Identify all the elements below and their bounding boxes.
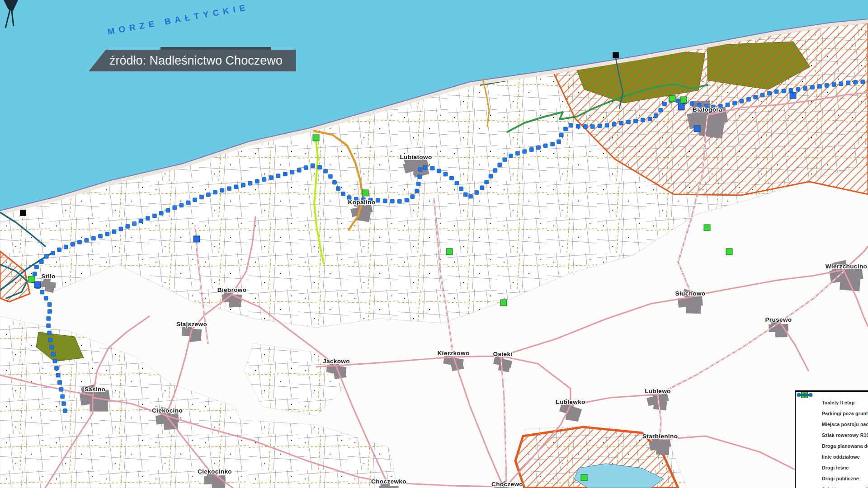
marker-rest-area bbox=[680, 97, 687, 103]
route-dot bbox=[468, 194, 472, 198]
route-dot bbox=[551, 142, 555, 146]
route-dot bbox=[754, 95, 758, 99]
route-dot bbox=[726, 103, 730, 107]
route-dot bbox=[475, 190, 479, 194]
legend-item: Miejsca postoju nadleś bbox=[801, 419, 868, 430]
legend-item: Szlaki turystyczne II et bbox=[801, 484, 868, 488]
route-dot bbox=[415, 189, 419, 193]
marker-rest-area bbox=[669, 95, 675, 102]
route-dot bbox=[206, 192, 210, 197]
route-dot bbox=[59, 387, 63, 391]
town-label: Kopalino bbox=[348, 199, 376, 206]
route-dot bbox=[803, 86, 807, 90]
town-label: Lublewko bbox=[556, 399, 585, 405]
route-dot bbox=[56, 373, 60, 377]
route-dot bbox=[480, 186, 484, 190]
route-dot bbox=[861, 80, 865, 84]
route-dot bbox=[47, 331, 52, 335]
route-dot bbox=[523, 150, 527, 154]
marker-parking bbox=[790, 92, 796, 99]
route-dot bbox=[846, 81, 850, 85]
marker-rest-area bbox=[446, 249, 453, 255]
route-dot bbox=[648, 117, 652, 121]
route-dot bbox=[503, 158, 507, 162]
route-dot bbox=[318, 165, 322, 169]
route-dot bbox=[332, 180, 336, 184]
route-dot bbox=[796, 87, 800, 91]
route-dot bbox=[733, 101, 737, 105]
route-dot bbox=[112, 230, 116, 234]
route-dot bbox=[810, 85, 814, 89]
route-dot bbox=[746, 97, 750, 101]
route-dot bbox=[91, 236, 95, 240]
route-dot bbox=[105, 232, 109, 236]
route-dot bbox=[341, 192, 345, 196]
route-dot bbox=[248, 181, 252, 185]
route-dot bbox=[832, 83, 836, 87]
town-label: Ciekocino bbox=[152, 407, 183, 414]
route-dot bbox=[418, 168, 422, 172]
marker-rest-area bbox=[581, 474, 587, 481]
route-dot bbox=[576, 124, 580, 128]
legend-item-label: Droga planowana do re bbox=[822, 443, 868, 449]
route-dot bbox=[39, 260, 43, 264]
route-dot bbox=[619, 121, 623, 125]
route-dot bbox=[48, 338, 52, 342]
marker-toilets bbox=[613, 52, 619, 58]
map-screenshot: LubiatowoKopalinoBiałogóraWierzchucinoSł… bbox=[0, 0, 868, 488]
route-dot bbox=[146, 216, 150, 221]
route-dot bbox=[44, 254, 48, 258]
marker-rest-area bbox=[362, 190, 368, 196]
route-dot bbox=[290, 170, 294, 174]
route-dot bbox=[57, 248, 61, 252]
route-dot bbox=[641, 118, 645, 122]
town-label: Wierzchucino bbox=[826, 263, 867, 270]
route-dot bbox=[662, 102, 666, 106]
route-dot bbox=[563, 127, 567, 131]
route-dot bbox=[455, 181, 459, 185]
route-dot bbox=[854, 80, 858, 84]
town-label: Lublewo bbox=[645, 388, 671, 394]
route-dot bbox=[186, 201, 190, 205]
route-dot bbox=[690, 102, 694, 106]
route-dot bbox=[336, 187, 340, 191]
route-dot bbox=[598, 124, 602, 128]
legend-item: linie oddziałowe bbox=[801, 451, 868, 462]
route-dot bbox=[416, 182, 420, 186]
legend-item: Parkingi poza gruntami bbox=[801, 408, 868, 419]
forestry-map: LubiatowoKopalinoBiałogóraWierzchucinoSł… bbox=[0, 0, 868, 488]
route-dot bbox=[71, 242, 75, 246]
route-dot bbox=[33, 272, 37, 276]
marker-rest-area bbox=[726, 249, 732, 255]
legend-item-label: Parkingi poza gruntami bbox=[822, 411, 868, 416]
route-dot bbox=[423, 165, 427, 169]
route-dot bbox=[304, 166, 308, 170]
route-dot bbox=[48, 310, 52, 314]
route-dot bbox=[529, 147, 533, 151]
marker-toilets bbox=[20, 210, 26, 216]
marker-parking bbox=[694, 126, 700, 132]
town-label: Stilo bbox=[41, 273, 55, 280]
legend-item-label: linie oddziałowe bbox=[822, 454, 860, 460]
route-dot bbox=[328, 174, 332, 178]
route-dot bbox=[590, 125, 594, 129]
route-dot bbox=[405, 198, 409, 202]
route-dot bbox=[839, 82, 843, 86]
route-dot bbox=[627, 120, 631, 124]
route-dot bbox=[493, 169, 497, 173]
route-dot bbox=[324, 169, 328, 173]
town-label: Ciekocinko bbox=[198, 468, 232, 475]
route-dot bbox=[437, 169, 441, 173]
route-dot bbox=[768, 91, 772, 95]
route-dot bbox=[817, 84, 821, 88]
route-dot bbox=[152, 214, 156, 218]
legend-item: Droga planowana do re bbox=[801, 441, 868, 451]
route-dot bbox=[297, 168, 301, 172]
route-dot bbox=[515, 151, 519, 155]
route-dot bbox=[132, 222, 137, 226]
route-dot bbox=[199, 195, 203, 199]
route-dot bbox=[498, 163, 502, 167]
legend-item-label: Toalety II etap bbox=[822, 400, 854, 405]
route-dot bbox=[397, 199, 401, 203]
route-dot bbox=[64, 245, 68, 249]
